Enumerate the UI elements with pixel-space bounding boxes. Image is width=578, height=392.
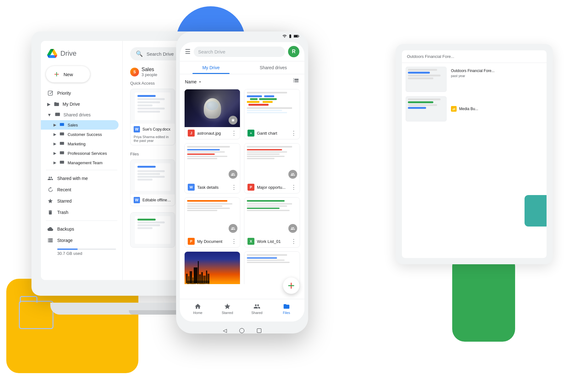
jpg-icon: J [188, 130, 195, 137]
marketing-label: Marketing [68, 142, 86, 146]
file-card-task-details[interactable]: W Task details ⋮ [184, 143, 240, 193]
priority-label: Priority [57, 91, 112, 96]
sidebar-item-sales[interactable]: ▶ Sales [41, 120, 119, 130]
sidebar-item-shared-with-me[interactable]: Shared with me [41, 173, 119, 184]
svg-rect-6 [60, 161, 64, 164]
backups-icon [47, 226, 53, 232]
backups-label: Backups [57, 227, 112, 232]
phone-recents-btn[interactable] [257, 328, 261, 333]
shared-with-me-label: Shared with me [57, 176, 112, 181]
phone-search-bar[interactable]: Search Drive [194, 47, 285, 57]
sidebar-item-backups[interactable]: Backups [41, 223, 119, 235]
file-card-worklist[interactable]: X Work List_01 ⋮ [244, 197, 300, 248]
tablet-file-meta: past year [451, 74, 541, 78]
sidebar-item-shared-drives[interactable]: ▼ Shared drives [41, 109, 122, 120]
sort-row: Name [180, 74, 304, 89]
customer-success-label: Customer Success [68, 132, 102, 137]
tablet-media-bu-label: Media Bu... [459, 107, 478, 111]
file-card-next-tokyo[interactable]: Next Tokyo_18 [184, 251, 240, 284]
more-icon-major[interactable]: ⋮ [291, 184, 297, 191]
trash-label: Trash [57, 210, 112, 215]
word-icon-3: W [134, 197, 140, 203]
file-card-major[interactable]: P Major opportu... ⋮ [244, 143, 300, 193]
new-button[interactable]: New [46, 66, 90, 82]
sidebar-item-recent[interactable]: Recent [41, 184, 119, 195]
sidebar-item-starred[interactable]: Starred [41, 195, 119, 207]
phone-home-btn[interactable] [239, 328, 244, 333]
bg-green-shape [452, 254, 515, 342]
folder-sub: 3 people [142, 72, 157, 77]
star-overlay-astronaut [229, 116, 237, 125]
file-name-editable: Editable offline docu... [142, 198, 172, 202]
storage-icon [47, 237, 53, 244]
ppt-icon-mydoc: P [188, 238, 195, 245]
tablet-background-device: Outdoors Financial Fore... Outdoors F [396, 44, 553, 264]
tab-shared-drives[interactable]: Shared drives [242, 61, 304, 74]
phone-user-avatar[interactable]: R [288, 46, 299, 57]
nav-starred[interactable]: Starred [213, 303, 242, 315]
phone-gesture-nav: ◁ [180, 320, 304, 322]
svg-rect-9 [298, 36, 299, 37]
priority-icon [47, 90, 53, 96]
sidebar-item-my-drive[interactable]: ▶ My Drive [41, 99, 122, 109]
sidebar-item-trash[interactable]: Trash [41, 207, 119, 218]
svg-rect-0 [48, 91, 53, 95]
sidebar-item-storage[interactable]: Storage [41, 235, 119, 246]
phone-back-btn[interactable]: ◁ [223, 328, 227, 333]
sidebar-item-management-team[interactable]: ▶ Management Team [41, 158, 119, 167]
tab-my-drive[interactable]: My Drive [180, 61, 242, 74]
avatar-group-worklist [288, 224, 297, 233]
shared-drives-label: Shared drives [64, 112, 91, 117]
file-card-my-document[interactable]: P My Document ⋮ [184, 197, 240, 248]
phone-device: ☰ Search Drive R My Drive Shared drives … [176, 31, 308, 340]
recent-icon [47, 187, 53, 193]
folder-name: Sales [142, 67, 157, 72]
sidebar-item-marketing[interactable]: ▶ Marketing [41, 139, 119, 148]
storage-used-text: 30.7 GB used [57, 251, 116, 256]
sidebar-item-customer-success[interactable]: ▶ Customer Success [41, 130, 119, 139]
nav-shared[interactable]: Shared [242, 303, 272, 315]
hamburger-icon[interactable]: ☰ [185, 48, 191, 55]
drive-sidebar: Drive New P [41, 41, 123, 280]
file-card-sues-copy[interactable]: W Sue's Copy.docx Priya Sharma edited in… [130, 89, 175, 145]
file-card-editable[interactable]: W Editable offline docu... [130, 160, 175, 206]
svg-rect-5 [60, 151, 64, 154]
sheet-icon-gantt: + [247, 130, 254, 137]
professional-services-label: Professional Services [68, 151, 107, 156]
nav-shared-label: Shared [251, 311, 262, 315]
my-drive-label: My Drive [63, 102, 80, 107]
tablet-file-name: Outdoors Financial Fore... [451, 69, 541, 73]
more-icon-gantt[interactable]: ⋮ [291, 130, 297, 137]
nav-files-label: Files [283, 311, 290, 315]
word-icon: W [134, 126, 140, 132]
phone-screen: ☰ Search Drive R My Drive Shared drives … [180, 42, 304, 322]
phone-search-placeholder: Search Drive [198, 49, 225, 54]
avatar-group-major [288, 170, 297, 179]
worklist-name: Work List_01 [257, 239, 288, 244]
sidebar-item-priority[interactable]: Priority [41, 87, 119, 99]
more-icon-task[interactable]: ⋮ [231, 184, 237, 191]
my-document-name: My Document [197, 239, 229, 244]
svg-rect-4 [60, 142, 64, 145]
file-card-gantt[interactable]: + Gantt chart ⋮ [244, 89, 300, 139]
tablet-header: Outdoors Financial Fore... [402, 50, 547, 63]
more-icon-mydoc[interactable]: ⋮ [231, 238, 237, 245]
shared-with-me-icon [47, 175, 53, 182]
more-icon-worklist[interactable]: ⋮ [291, 238, 297, 245]
file-card-astronaut[interactable]: J astronaut.jpg ⋮ [184, 89, 240, 139]
trash-icon [47, 209, 53, 216]
more-icon-astronaut[interactable]: ⋮ [231, 130, 237, 137]
sheet-icon-worklist: X [247, 238, 254, 245]
file-name-sues-copy: Sue's Copy.docx [142, 127, 172, 132]
avatar-group-task [229, 170, 237, 179]
fab-button[interactable] [283, 277, 299, 294]
sort-label[interactable]: Name [185, 79, 202, 84]
nav-home[interactable]: Home [183, 303, 213, 315]
phone-header: ☰ Search Drive R [180, 42, 304, 61]
nav-home-label: Home [193, 311, 202, 315]
sidebar-item-professional-services[interactable]: ▶ Professional Services [41, 148, 119, 158]
nav-files[interactable]: Files [272, 303, 301, 315]
file-card-extra1[interactable] [130, 212, 175, 248]
list-view-icon[interactable] [292, 77, 299, 86]
sales-label: Sales [68, 123, 78, 127]
